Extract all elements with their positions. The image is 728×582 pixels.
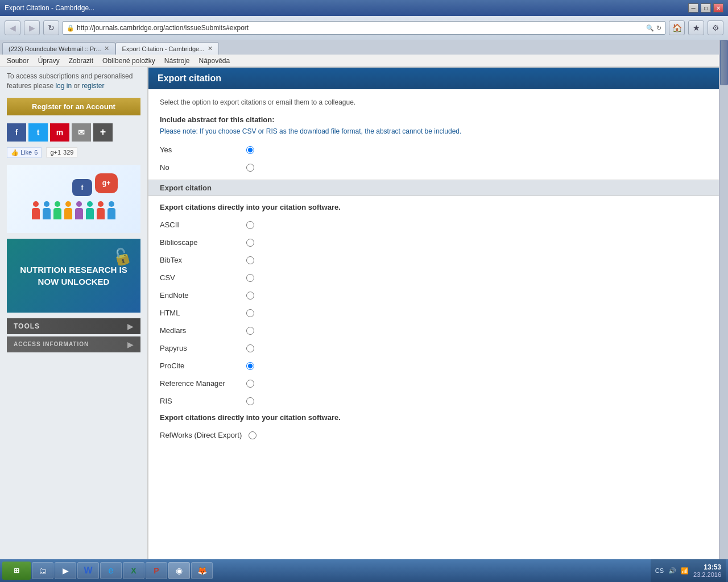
- fb-like-label: 👍 Like: [11, 149, 32, 156]
- menu-nastroje[interactable]: Nástroje: [160, 56, 195, 66]
- email-share-button[interactable]: ✉: [72, 123, 91, 142]
- home-button[interactable]: 🏠: [669, 20, 685, 35]
- medlars-radio[interactable]: [246, 327, 254, 335]
- tools-arrow-icon: ▶: [127, 322, 134, 331]
- biblioscape-label: Biblioscape: [160, 238, 239, 247]
- gplus-button[interactable]: g+1 329: [46, 147, 77, 157]
- refmanager-row: Reference Manager: [160, 378, 716, 389]
- sidebar: To access subscriptions and personalised…: [0, 67, 148, 574]
- start-button[interactable]: ⊞: [2, 562, 31, 580]
- register-link[interactable]: register: [81, 82, 104, 90]
- social-share-bar: f t m ✉ +: [7, 123, 140, 142]
- forward-button[interactable]: ▶: [24, 20, 40, 35]
- csv-radio[interactable]: [246, 274, 254, 282]
- url-text: http://journals.cambridge.org/action/iss…: [77, 24, 644, 32]
- settings-button[interactable]: ⚙: [708, 20, 723, 35]
- login-link[interactable]: log in: [55, 82, 72, 90]
- menu-napoveda[interactable]: Nápověda: [195, 56, 235, 66]
- export-section-label: Export citation: [160, 184, 212, 192]
- register-button[interactable]: Register for an Account: [7, 98, 140, 115]
- export-direct-label: Export citations directly into your cita…: [160, 203, 716, 211]
- system-tray: CS 🔊 📶 13:53 23.2.2016: [651, 559, 726, 582]
- menu-upravy[interactable]: Úpravy: [34, 56, 64, 66]
- twitter-share-button[interactable]: t: [28, 123, 48, 142]
- medlars-label: Medlars: [160, 326, 239, 335]
- tab-export-close[interactable]: ✕: [208, 45, 213, 52]
- biblioscape-radio[interactable]: [246, 239, 254, 247]
- csv-label: CSV: [160, 273, 239, 282]
- maximize-button[interactable]: □: [701, 3, 711, 13]
- window-controls: ─ □ ✕: [688, 3, 723, 13]
- close-button[interactable]: ✕: [713, 3, 723, 13]
- endnote-row: EndNote: [160, 290, 716, 301]
- gplus-count: 329: [63, 149, 73, 156]
- menu-soubor[interactable]: Soubor: [2, 56, 34, 66]
- refworks-label: RefWorks (Direct Export): [160, 431, 242, 439]
- refmanager-radio[interactable]: [246, 380, 254, 388]
- procite-radio[interactable]: [246, 362, 254, 370]
- taskbar-ppt[interactable]: P: [146, 562, 167, 579]
- taskbar-explorer[interactable]: 🗂: [32, 562, 53, 579]
- star-button[interactable]: ★: [688, 20, 704, 35]
- endnote-label: EndNote: [160, 291, 239, 300]
- social-ad-banner: f g+: [7, 165, 140, 233]
- tab-roundcube[interactable]: (223) Roundcube Webmail :: Pr... ✕: [2, 42, 115, 55]
- taskbar-media[interactable]: ▶: [55, 562, 76, 579]
- export-description: Select the option to export citations or…: [160, 98, 716, 106]
- menu-zobrazit[interactable]: Zobrazit: [64, 56, 98, 66]
- no-radio[interactable]: [246, 164, 254, 172]
- nutrition-ad-banner: 🔓 NUTRITION RESEARCH IS NOW UNLOCKED: [7, 239, 140, 313]
- endnote-radio[interactable]: [246, 292, 254, 300]
- refworks-radio[interactable]: [249, 431, 257, 439]
- export-title: Export citation: [158, 73, 221, 83]
- scrollbar-thumb[interactable]: [720, 40, 728, 85]
- mendeley-share-button[interactable]: m: [50, 123, 69, 142]
- ascii-label: ASCII: [160, 221, 239, 229]
- excel-icon: X: [128, 565, 139, 576]
- windows-icon: ⊞: [14, 567, 19, 575]
- yes-label: Yes: [160, 146, 239, 154]
- minimize-button[interactable]: ─: [688, 3, 698, 13]
- taskbar-word[interactable]: W: [77, 562, 99, 579]
- ris-radio[interactable]: [246, 397, 254, 405]
- html-radio[interactable]: [246, 309, 254, 317]
- tab-roundcube-close[interactable]: ✕: [104, 45, 109, 52]
- taskbar-firefox[interactable]: 🦊: [191, 562, 213, 579]
- tab-roundcube-label: (223) Roundcube Webmail :: Pr...: [9, 45, 101, 52]
- media-icon: ▶: [60, 565, 71, 576]
- refresh-button[interactable]: ↻: [43, 20, 59, 35]
- back-button[interactable]: ◀: [5, 20, 20, 35]
- radio-yes-row: Yes: [160, 144, 716, 155]
- locale-indicator: CS: [655, 567, 664, 574]
- procite-row: ProCite: [160, 360, 716, 371]
- scrollbar[interactable]: [719, 40, 728, 559]
- export-header: Export citation: [148, 68, 727, 89]
- access-arrow-icon: ▶: [127, 340, 134, 349]
- taskbar-ie[interactable]: e: [100, 562, 122, 579]
- radio-no-row: No: [160, 162, 716, 173]
- abstract-note: Please note: If you choose CSV or RIS as…: [160, 127, 716, 135]
- papyrus-radio[interactable]: [246, 344, 254, 352]
- content-area: Export citation Select the option to exp…: [148, 67, 728, 574]
- menu-oblibene[interactable]: Oblíbené položky: [98, 56, 160, 66]
- tools-section[interactable]: TOOLS ▶: [7, 318, 140, 334]
- more-share-button[interactable]: +: [93, 123, 113, 142]
- taskbar-excel[interactable]: X: [123, 562, 144, 579]
- tab-export[interactable]: Export Citation - Cambridge... ✕: [115, 42, 219, 55]
- ascii-radio[interactable]: [246, 221, 254, 229]
- menu-bar: Soubor Úpravy Zobrazit Oblíbené položky …: [0, 55, 728, 67]
- ppt-icon: P: [151, 565, 162, 576]
- access-information-section[interactable]: ACCESS INFORMATION ▶: [7, 336, 140, 352]
- address-bar[interactable]: 🔒 http://journals.cambridge.org/action/i…: [63, 21, 665, 35]
- papyrus-label: Papyrus: [160, 344, 239, 352]
- facebook-like[interactable]: 👍 Like 6: [7, 147, 42, 158]
- taskbar-chrome[interactable]: ◉: [168, 562, 190, 579]
- procite-label: ProCite: [160, 361, 239, 370]
- access-label: ACCESS INFORMATION: [14, 341, 89, 347]
- html-label: HTML: [160, 309, 239, 317]
- fb-like-count: 6: [34, 149, 38, 156]
- bibtex-radio[interactable]: [246, 256, 254, 264]
- clock: 13:53 23.2.2016: [693, 563, 721, 578]
- facebook-share-button[interactable]: f: [7, 123, 26, 142]
- yes-radio[interactable]: [246, 146, 254, 154]
